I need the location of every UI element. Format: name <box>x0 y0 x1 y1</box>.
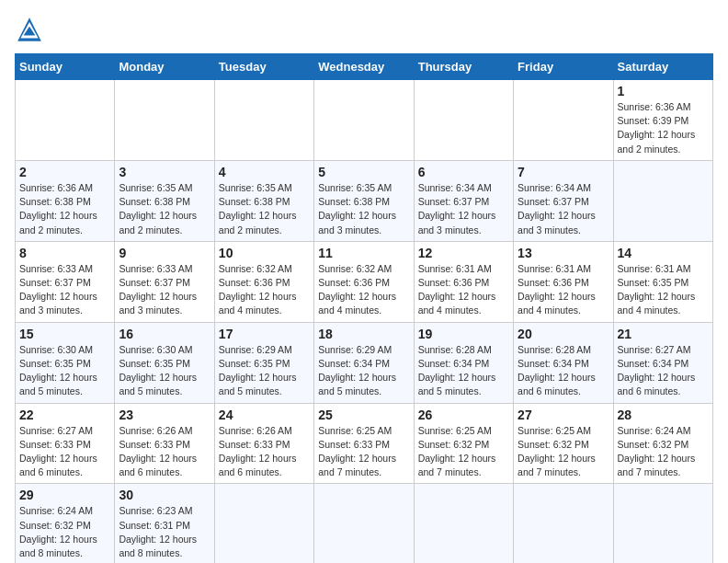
table-row: 30Sunrise: 6:23 AMSunset: 6:31 PMDayligh… <box>115 484 214 563</box>
table-row: 16Sunrise: 6:30 AMSunset: 6:35 PMDayligh… <box>115 322 214 403</box>
table-row: 17Sunrise: 6:29 AMSunset: 6:35 PMDayligh… <box>214 322 313 403</box>
day-number: 15 <box>19 327 110 341</box>
day-number: 12 <box>418 246 509 260</box>
weekday-header: Sunday <box>16 54 115 80</box>
table-row: 11Sunrise: 6:32 AMSunset: 6:36 PMDayligh… <box>314 241 414 322</box>
empty-cell <box>514 80 613 161</box>
table-row: 25Sunrise: 6:25 AMSunset: 6:33 PMDayligh… <box>314 403 414 484</box>
day-number: 20 <box>518 327 609 341</box>
day-detail: Sunrise: 6:23 AMSunset: 6:31 PMDaylight:… <box>119 504 210 560</box>
day-detail: Sunrise: 6:36 AMSunset: 6:39 PMDaylight:… <box>618 100 709 156</box>
calendar-week: 1Sunrise: 6:36 AMSunset: 6:39 PMDaylight… <box>16 80 713 161</box>
day-number: 13 <box>518 246 609 260</box>
day-detail: Sunrise: 6:27 AMSunset: 6:33 PMDaylight:… <box>19 424 110 480</box>
day-number: 9 <box>119 246 210 260</box>
empty-cell <box>214 80 313 161</box>
calendar-table: SundayMondayTuesdayWednesdayThursdayFrid… <box>15 53 713 563</box>
empty-cell <box>613 160 712 241</box>
table-row: 27Sunrise: 6:25 AMSunset: 6:32 PMDayligh… <box>514 403 613 484</box>
day-detail: Sunrise: 6:31 AMSunset: 6:36 PMDaylight:… <box>418 262 509 318</box>
day-number: 29 <box>19 488 110 502</box>
table-row: 24Sunrise: 6:26 AMSunset: 6:33 PMDayligh… <box>214 403 313 484</box>
day-detail: Sunrise: 6:26 AMSunset: 6:33 PMDaylight:… <box>219 424 310 480</box>
day-number: 8 <box>19 246 110 260</box>
empty-cell <box>214 484 313 563</box>
calendar-week: 15Sunrise: 6:30 AMSunset: 6:35 PMDayligh… <box>16 322 713 403</box>
day-detail: Sunrise: 6:25 AMSunset: 6:32 PMDaylight:… <box>418 424 509 480</box>
day-detail: Sunrise: 6:28 AMSunset: 6:34 PMDaylight:… <box>518 343 609 399</box>
header-row: SundayMondayTuesdayWednesdayThursdayFrid… <box>16 54 713 80</box>
day-number: 14 <box>618 246 709 260</box>
day-number: 11 <box>318 246 409 260</box>
calendar-body: 1Sunrise: 6:36 AMSunset: 6:39 PMDaylight… <box>16 80 713 564</box>
weekday-header: Friday <box>514 54 613 80</box>
page-header <box>15 15 713 44</box>
weekday-header: Tuesday <box>214 54 313 80</box>
day-detail: Sunrise: 6:25 AMSunset: 6:33 PMDaylight:… <box>318 424 409 480</box>
empty-cell <box>16 80 115 161</box>
day-number: 1 <box>618 84 709 98</box>
day-detail: Sunrise: 6:25 AMSunset: 6:32 PMDaylight:… <box>518 424 609 480</box>
day-detail: Sunrise: 6:24 AMSunset: 6:32 PMDaylight:… <box>618 424 709 480</box>
day-detail: Sunrise: 6:30 AMSunset: 6:35 PMDaylight:… <box>19 343 110 399</box>
table-row: 5Sunrise: 6:35 AMSunset: 6:38 PMDaylight… <box>314 160 414 241</box>
empty-cell <box>314 80 414 161</box>
calendar-week: 8Sunrise: 6:33 AMSunset: 6:37 PMDaylight… <box>16 241 713 322</box>
table-row: 9Sunrise: 6:33 AMSunset: 6:37 PMDaylight… <box>115 241 214 322</box>
day-number: 25 <box>318 408 409 422</box>
day-number: 2 <box>19 165 110 179</box>
day-number: 30 <box>119 488 210 502</box>
table-row: 26Sunrise: 6:25 AMSunset: 6:32 PMDayligh… <box>414 403 513 484</box>
empty-cell <box>414 80 513 161</box>
day-detail: Sunrise: 6:35 AMSunset: 6:38 PMDaylight:… <box>219 181 310 237</box>
day-number: 6 <box>418 165 509 179</box>
table-row: 18Sunrise: 6:29 AMSunset: 6:34 PMDayligh… <box>314 322 414 403</box>
day-number: 28 <box>618 408 709 422</box>
day-detail: Sunrise: 6:30 AMSunset: 6:35 PMDaylight:… <box>119 343 210 399</box>
table-row: 1Sunrise: 6:36 AMSunset: 6:39 PMDaylight… <box>613 80 712 161</box>
day-detail: Sunrise: 6:31 AMSunset: 6:36 PMDaylight:… <box>518 262 609 318</box>
weekday-header: Wednesday <box>314 54 414 80</box>
day-number: 24 <box>219 408 310 422</box>
calendar-week: 22Sunrise: 6:27 AMSunset: 6:33 PMDayligh… <box>16 403 713 484</box>
empty-cell <box>115 80 214 161</box>
day-number: 3 <box>119 165 210 179</box>
day-number: 23 <box>119 408 210 422</box>
day-detail: Sunrise: 6:28 AMSunset: 6:34 PMDaylight:… <box>418 343 509 399</box>
table-row: 19Sunrise: 6:28 AMSunset: 6:34 PMDayligh… <box>414 322 513 403</box>
table-row: 22Sunrise: 6:27 AMSunset: 6:33 PMDayligh… <box>16 403 115 484</box>
day-number: 10 <box>219 246 310 260</box>
table-row: 2Sunrise: 6:36 AMSunset: 6:38 PMDaylight… <box>16 160 115 241</box>
day-number: 5 <box>318 165 409 179</box>
day-number: 18 <box>318 327 409 341</box>
day-detail: Sunrise: 6:29 AMSunset: 6:34 PMDaylight:… <box>318 343 409 399</box>
day-detail: Sunrise: 6:29 AMSunset: 6:35 PMDaylight:… <box>219 343 310 399</box>
empty-cell <box>613 484 712 563</box>
day-detail: Sunrise: 6:36 AMSunset: 6:38 PMDaylight:… <box>19 181 110 237</box>
table-row: 15Sunrise: 6:30 AMSunset: 6:35 PMDayligh… <box>16 322 115 403</box>
day-detail: Sunrise: 6:24 AMSunset: 6:32 PMDaylight:… <box>19 504 110 560</box>
weekday-header: Thursday <box>414 54 513 80</box>
day-number: 17 <box>219 327 310 341</box>
day-number: 27 <box>518 408 609 422</box>
day-detail: Sunrise: 6:33 AMSunset: 6:37 PMDaylight:… <box>119 262 210 318</box>
day-number: 16 <box>119 327 210 341</box>
logo <box>15 15 50 44</box>
day-detail: Sunrise: 6:35 AMSunset: 6:38 PMDaylight:… <box>318 181 409 237</box>
weekday-header: Monday <box>115 54 214 80</box>
day-detail: Sunrise: 6:33 AMSunset: 6:37 PMDaylight:… <box>19 262 110 318</box>
table-row: 3Sunrise: 6:35 AMSunset: 6:38 PMDaylight… <box>115 160 214 241</box>
calendar-header: SundayMondayTuesdayWednesdayThursdayFrid… <box>16 54 713 80</box>
day-detail: Sunrise: 6:35 AMSunset: 6:38 PMDaylight:… <box>119 181 210 237</box>
table-row: 12Sunrise: 6:31 AMSunset: 6:36 PMDayligh… <box>414 241 513 322</box>
table-row: 10Sunrise: 6:32 AMSunset: 6:36 PMDayligh… <box>214 241 313 322</box>
day-number: 4 <box>219 165 310 179</box>
day-detail: Sunrise: 6:27 AMSunset: 6:34 PMDaylight:… <box>618 343 709 399</box>
table-row: 21Sunrise: 6:27 AMSunset: 6:34 PMDayligh… <box>613 322 712 403</box>
table-row: 7Sunrise: 6:34 AMSunset: 6:37 PMDaylight… <box>514 160 613 241</box>
table-row: 23Sunrise: 6:26 AMSunset: 6:33 PMDayligh… <box>115 403 214 484</box>
table-row: 29Sunrise: 6:24 AMSunset: 6:32 PMDayligh… <box>16 484 115 563</box>
empty-cell <box>514 484 613 563</box>
calendar-week: 2Sunrise: 6:36 AMSunset: 6:38 PMDaylight… <box>16 160 713 241</box>
weekday-header: Saturday <box>613 54 712 80</box>
